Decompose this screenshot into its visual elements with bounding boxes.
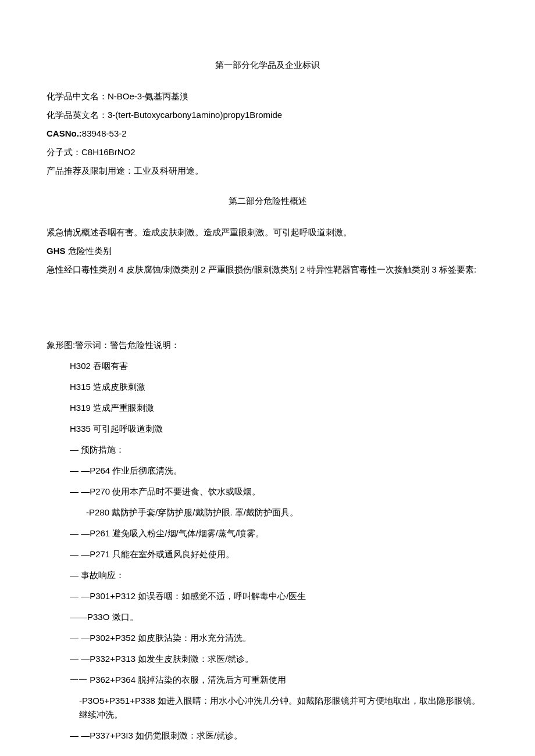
p264-line: — —P264 作业后彻底清洗。 bbox=[70, 464, 488, 478]
p271-line: — —P271 只能在室外或通风良好处使用。 bbox=[70, 547, 488, 561]
formula-line: 分子式：C8H16BrNO2 bbox=[47, 145, 488, 159]
hazard-statements-block: H302 吞咽有害 H315 造成皮肤刺激 H319 造成严重眼刺激 H335 … bbox=[47, 359, 488, 743]
ghs-bold: GHS bbox=[47, 246, 66, 256]
chinese-name-line: 化学品中文名：N-BOe-3-氨基丙基溴 bbox=[47, 89, 488, 103]
use-line: 产品推荐及限制用途：工业及科研用途。 bbox=[47, 164, 488, 178]
p330-line: ——P33O 漱口。 bbox=[70, 610, 488, 624]
response-header: — 事故响应： bbox=[70, 568, 488, 582]
p305-line: -P3O5+P351+P338 如进入眼睛：用水小心冲洗几分钟。如戴陷形眼镜并可… bbox=[63, 694, 488, 722]
english-name-label: 化学品英文名： bbox=[47, 110, 108, 120]
h319-line: H319 造成严重眼刺激 bbox=[70, 401, 488, 415]
classification-text: 急性经口毒性类别 4 皮肤腐蚀/刺激类别 2 严重眼损伤/眼刺激类别 2 特异性… bbox=[47, 263, 488, 277]
cas-line: CASNo.:83948-53-2 bbox=[47, 127, 488, 141]
cas-value: 83948-53-2 bbox=[82, 128, 127, 138]
formula-label: 分子式： bbox=[47, 147, 81, 157]
p270-line: — —P270 使用本产品时不要进食、饮水或吸烟。 bbox=[70, 485, 488, 499]
use-value: 工业及科研用途。 bbox=[134, 166, 204, 175]
pictogram-line: 象形图:警示词：警告危险性说明： bbox=[47, 338, 488, 352]
english-name-line: 化学品英文名：3-(tert-Butoxycarbony1amino)propy… bbox=[47, 108, 488, 122]
p302-line: — —P302+P352 如皮肤沾染：用水充分清洗。 bbox=[70, 631, 488, 645]
section2-title: 第二部分危险性概述 bbox=[47, 194, 488, 208]
p301-line: — —P301+P312 如误吞咽：如感觉不适，呼叫解毒中心/医生 bbox=[70, 589, 488, 603]
emergency-overview: 紧急情况概述吞咽有害。造成皮肤刺激。造成严重眼刺激。可引起呼吸道刺激。 bbox=[47, 225, 488, 239]
ghs-rest: 危险性类别 bbox=[66, 246, 112, 256]
p362-line: 一一 P362+P364 脱掉沾染的衣服，清洗后方可重新使用 bbox=[70, 673, 488, 687]
p337-line: — —P337+P3I3 如仍觉眼刺激：求医/就诊。 bbox=[70, 729, 488, 743]
p261-line: — —P261 避免吸入粉尘/烟/气体/烟雾/蒸气/喷雾。 bbox=[70, 526, 488, 540]
chinese-name-value: N-BOe-3-氨基丙基溴 bbox=[108, 91, 188, 101]
h335-line: H335 可引起呼吸道刺激 bbox=[70, 422, 488, 436]
english-name-value: 3-(tert-Butoxycarbony1amino)propy1Bromid… bbox=[108, 110, 282, 120]
ghs-category-label: GHS 危险性类别 bbox=[47, 244, 488, 258]
prevention-header: — 预防措施： bbox=[70, 443, 488, 457]
section1-title: 第一部分化学品及企业标识 bbox=[47, 58, 488, 72]
cas-label: CASNo.: bbox=[47, 128, 82, 138]
p280-line: -P280 戴防护手套/穿防护服/戴防护眼. 罩/戴防护面具。 bbox=[70, 506, 488, 519]
p332-line: — —P332+P313 如发生皮肤刺激：求医/就诊。 bbox=[70, 652, 488, 666]
h302-line: H302 吞咽有害 bbox=[70, 359, 488, 373]
use-label: 产品推荐及限制用途： bbox=[47, 166, 134, 175]
spacer bbox=[47, 281, 488, 334]
h315-line: H315 造成皮肤刺激 bbox=[70, 380, 488, 394]
chinese-name-label: 化学品中文名： bbox=[47, 91, 108, 101]
formula-value: C8H16BrNO2 bbox=[81, 147, 135, 157]
